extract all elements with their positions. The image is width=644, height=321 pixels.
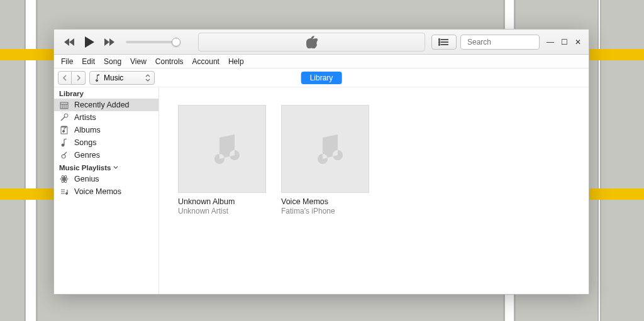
- apple-logo-icon: [306, 36, 318, 48]
- guitar-icon: [59, 151, 69, 160]
- sidebar-item-voice-memos[interactable]: Voice Memos: [54, 185, 158, 198]
- media-type-label: Music: [104, 73, 123, 82]
- minimize-button[interactable]: —: [543, 36, 557, 48]
- menu-account[interactable]: Account: [188, 57, 224, 66]
- desktop-bg-stripe: [597, 0, 601, 321]
- album-grid: Unknown Album Unknown Artist Voice Memos…: [159, 87, 589, 294]
- menu-view[interactable]: View: [126, 57, 151, 66]
- chevron-down-icon: [113, 166, 118, 170]
- svg-point-4: [439, 41, 440, 43]
- sidebar-heading-playlists[interactable]: Music Playlists: [54, 161, 158, 173]
- sidebar-item-genius[interactable]: Genius: [54, 173, 158, 185]
- sidebar-item-label: Artists: [74, 113, 96, 122]
- album-artist: Fatima's iPhone: [281, 207, 369, 215]
- search-field[interactable]: [460, 35, 540, 50]
- nav-forward-button[interactable]: [72, 71, 86, 85]
- album-tile[interactable]: Unknown Album Unknown Artist: [178, 105, 266, 215]
- menu-help[interactable]: Help: [224, 57, 248, 66]
- media-type-select[interactable]: Music: [89, 71, 155, 85]
- nav-row: Music Library: [54, 68, 589, 87]
- titlebar: — ☐ ✕: [54, 30, 589, 55]
- album-tile[interactable]: Voice Memos Fatima's iPhone: [281, 105, 369, 215]
- sidebar-item-recently-added[interactable]: Recently Added: [54, 99, 158, 111]
- album-art-placeholder: [281, 105, 369, 193]
- desktop-bg-stripe: [24, 0, 38, 321]
- previous-button[interactable]: [60, 33, 78, 51]
- list-icon: [438, 38, 450, 46]
- album-art-placeholder: [178, 105, 266, 193]
- volume-slider[interactable]: [126, 41, 179, 43]
- list-view-button[interactable]: [431, 35, 457, 50]
- now-playing-display: [198, 33, 425, 52]
- note-icon: [59, 138, 69, 147]
- sidebar-heading-library: Library: [54, 87, 158, 99]
- sidebar-item-songs[interactable]: Songs: [54, 136, 158, 149]
- volume-thumb[interactable]: [172, 38, 180, 46]
- close-button[interactable]: ✕: [571, 36, 585, 48]
- menubar: File Edit Song View Controls Account Hel…: [54, 55, 589, 68]
- sidebar-item-albums[interactable]: Albums: [54, 124, 158, 136]
- album-title: Voice Memos: [281, 197, 369, 206]
- next-button[interactable]: [101, 33, 118, 51]
- svg-line-14: [61, 117, 65, 121]
- sidebar: Library Recently Added Artists Albums: [54, 87, 159, 294]
- album-title: Unknown Album: [178, 197, 266, 206]
- menu-controls[interactable]: Controls: [151, 57, 188, 66]
- sidebar-item-artists[interactable]: Artists: [54, 111, 158, 124]
- window-controls: — ☐ ✕: [543, 36, 585, 48]
- album-icon: [59, 126, 69, 134]
- genius-icon: [59, 175, 69, 183]
- sidebar-item-label: Albums: [74, 126, 101, 134]
- menu-file[interactable]: File: [57, 57, 77, 66]
- updown-icon: [145, 74, 150, 82]
- svg-point-3: [439, 39, 440, 40]
- itunes-window: — ☐ ✕ File Edit Song View Controls Accou…: [53, 29, 589, 295]
- playback-controls: [60, 33, 179, 51]
- chevron-left-icon: [62, 75, 67, 81]
- music-notes-icon: [308, 130, 343, 168]
- microphone-icon: [59, 113, 69, 122]
- svg-point-19: [64, 178, 65, 180]
- sidebar-item-label: Voice Memos: [74, 187, 121, 196]
- nav-back-button[interactable]: [58, 71, 72, 85]
- menu-song[interactable]: Song: [99, 57, 126, 66]
- sidebar-item-label: Songs: [74, 138, 96, 147]
- chevron-right-icon: [76, 75, 81, 81]
- svg-rect-16: [62, 126, 67, 127]
- album-artist: Unknown Artist: [178, 207, 266, 215]
- maximize-button[interactable]: ☐: [557, 36, 571, 48]
- library-tab[interactable]: Library: [301, 72, 342, 84]
- svg-point-5: [439, 44, 440, 45]
- calendar-icon: [59, 101, 69, 109]
- menu-edit[interactable]: Edit: [77, 57, 99, 66]
- sidebar-heading-label: Music Playlists: [59, 164, 111, 171]
- content-area: Library Recently Added Artists Albums: [54, 87, 589, 294]
- voice-memo-icon: [59, 187, 69, 196]
- music-note-icon: [94, 74, 100, 82]
- sidebar-item-genres[interactable]: Genres: [54, 149, 158, 161]
- sidebar-item-label: Recently Added: [74, 101, 130, 109]
- music-notes-icon: [204, 130, 240, 168]
- sidebar-item-label: Genres: [74, 151, 100, 160]
- play-button[interactable]: [80, 33, 98, 51]
- sidebar-item-label: Genius: [74, 175, 99, 183]
